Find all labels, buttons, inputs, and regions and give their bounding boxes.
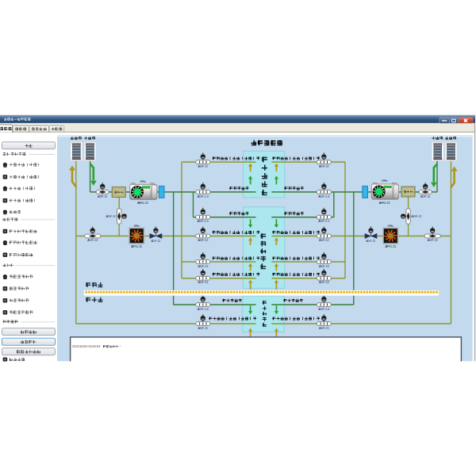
svg-text:ADF-11: ADF-11 bbox=[319, 165, 328, 168]
svg-text:ADF-11: ADF-11 bbox=[198, 165, 208, 168]
svg-text:ADF-13: ADF-13 bbox=[319, 265, 329, 268]
svg-text:0Hz: 0Hz bbox=[134, 224, 140, 228]
svg-text:APU-11: APU-11 bbox=[385, 244, 396, 248]
svg-text:ADF-12: ADF-12 bbox=[198, 239, 208, 242]
svg-text:ADF-14: ADF-14 bbox=[319, 281, 329, 284]
svg-text:0Hz: 0Hz bbox=[388, 224, 393, 228]
svg-text:ADF-12: ADF-12 bbox=[106, 215, 116, 218]
svg-text:!: ! bbox=[120, 345, 121, 348]
svg-text:ALF-11: ALF-11 bbox=[367, 240, 376, 243]
svg-text:ADF-13: ADF-13 bbox=[87, 239, 98, 242]
svg-text:ADF-14: ADF-14 bbox=[198, 281, 208, 284]
svg-text:ADF-1-4: ADF-1-4 bbox=[318, 195, 329, 198]
svg-text:ADF-1-6: ADF-1-6 bbox=[198, 308, 209, 311]
svg-text:ADF-12: ADF-12 bbox=[319, 239, 329, 242]
svg-text:ADF-15: ADF-15 bbox=[319, 327, 329, 330]
svg-text:ADF-1-4: ADF-1-4 bbox=[198, 195, 209, 198]
svg-text:APU-11: APU-11 bbox=[131, 244, 142, 248]
svg-text:ADF-1-5: ADF-1-5 bbox=[318, 220, 329, 223]
svg-text:ALF-11: ALF-11 bbox=[151, 240, 160, 243]
svg-text:AHU-11: AHU-11 bbox=[137, 201, 149, 205]
svg-text:0Hz: 0Hz bbox=[140, 179, 146, 183]
svg-text:ADF-15: ADF-15 bbox=[198, 327, 208, 330]
svg-text:0Hz: 0Hz bbox=[382, 178, 387, 182]
svg-text:ADF-11: ADF-11 bbox=[420, 195, 430, 198]
svg-text:ADF-1-5: ADF-1-5 bbox=[198, 220, 209, 223]
svg-text:ADF-13: ADF-13 bbox=[198, 265, 208, 268]
svg-text:ADF-13: ADF-13 bbox=[428, 239, 438, 242]
svg-text:ADF-12: ADF-12 bbox=[412, 215, 422, 218]
svg-text:ADF-11: ADF-11 bbox=[98, 195, 107, 198]
svg-text:2015/10/20 16:43:33:: 2015/10/20 16:43:33: bbox=[72, 345, 101, 348]
svg-text:AHU-11: AHU-11 bbox=[379, 201, 391, 205]
svg-text:ADF-1-6: ADF-1-6 bbox=[318, 308, 329, 311]
